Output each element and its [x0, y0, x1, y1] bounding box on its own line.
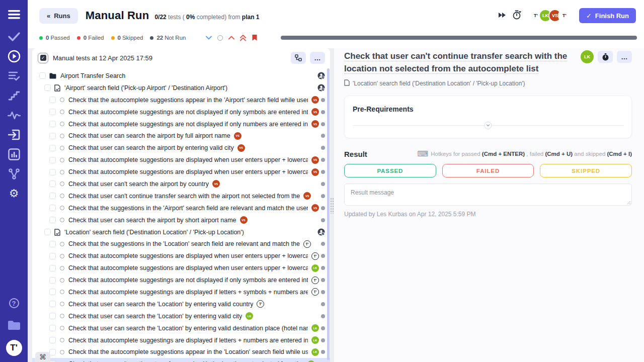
tree-more-button[interactable]: …: [310, 52, 325, 64]
tree-row-test[interactable]: Check that autocomplete suggestings are …: [32, 274, 330, 286]
row-checkbox[interactable]: [49, 109, 56, 115]
tree-row-test[interactable]: Check that user can't continue transfer …: [32, 190, 330, 202]
tree-row-test[interactable]: Check that the suggestions in the 'Airpo…: [32, 202, 330, 214]
filter-chevron-up-icon[interactable]: [228, 36, 234, 40]
row-checkbox[interactable]: [49, 157, 56, 163]
verdict-button-passed[interactable]: PASSED: [344, 164, 436, 177]
verdict-button-skipped[interactable]: SKIPPED: [540, 164, 632, 177]
tree-row-test[interactable]: Check that the suggestions in the 'Locat…: [32, 238, 330, 250]
row-checkbox[interactable]: [49, 325, 56, 331]
help-icon[interactable]: ?: [8, 297, 21, 310]
row-checkbox[interactable]: [49, 289, 56, 295]
row-checkbox[interactable]: [49, 337, 56, 343]
row-checkbox[interactable]: [49, 265, 56, 272]
tree-row-test[interactable]: Check that user can search the 'Location…: [32, 322, 330, 334]
back-to-runs-button[interactable]: « Runs: [39, 8, 78, 24]
branches-git-icon[interactable]: [8, 167, 21, 180]
assignee-avatar[interactable]: LK: [581, 50, 594, 63]
tree-row-test[interactable]: Check that the autocomplete suggestions …: [32, 346, 330, 358]
tree-row-section[interactable]: 'Airport' search field ('Pick-up Airport…: [32, 82, 330, 94]
status-count: 0: [118, 35, 121, 41]
assignee-icon[interactable]: [317, 72, 325, 79]
row-checkbox[interactable]: [49, 217, 56, 223]
tree-row-section[interactable]: 'Location' search field ('Destination Lo…: [32, 226, 330, 238]
test-assignee-avatar: VS: [311, 168, 319, 176]
hotkeys-text: Hotkeys for passed (Cmd + ENTER) , faile…: [431, 151, 632, 157]
folder-icon: [49, 73, 56, 79]
tree-scrollbar[interactable]: [327, 68, 330, 360]
pulse-activity-icon[interactable]: [8, 109, 21, 122]
test-name: Check that autocomplete suggestions are …: [68, 264, 308, 272]
filter-bookmark-icon[interactable]: [252, 34, 258, 41]
detail-more-button[interactable]: …: [617, 51, 632, 63]
tree-row-test[interactable]: Check that user can't search the airport…: [32, 178, 330, 190]
fast-forward-icon[interactable]: [498, 11, 506, 20]
timer-button[interactable]: [598, 51, 613, 63]
tree-row-test[interactable]: Check that autocomplete suggestions are …: [32, 166, 330, 178]
row-checkbox[interactable]: [49, 169, 56, 175]
test-assignee-avatar: LK: [311, 264, 319, 272]
import-inbox-icon[interactable]: [8, 128, 21, 141]
tree-row-test[interactable]: Check that autocomplete suggestings are …: [32, 334, 330, 346]
tree-row-folder[interactable]: Airport Transfer Search: [32, 70, 330, 82]
tree-row-test[interactable]: Check that autocomplete suggestions are …: [32, 154, 330, 166]
tree-row-test[interactable]: Check that user can search the airport b…: [32, 130, 330, 142]
hotkey-segment: , failed: [525, 151, 545, 157]
row-checkbox[interactable]: [49, 193, 56, 199]
row-checkbox[interactable]: [49, 277, 56, 284]
row-checkbox[interactable]: [49, 205, 56, 211]
tests-check-icon[interactable]: [8, 30, 21, 43]
menu-icon[interactable]: [8, 8, 21, 21]
tree-header: ✓ Manual tests at 12 Apr 2025 17:59 …: [32, 48, 330, 67]
filter-circle-icon[interactable]: [217, 35, 223, 41]
assignee-icon[interactable]: [317, 228, 325, 236]
tree-row-test[interactable]: Check that autocomplete suggestings are …: [32, 106, 330, 118]
row-checkbox[interactable]: [44, 229, 51, 235]
result-message-input[interactable]: [344, 184, 632, 206]
filter-double-chevron-up-icon[interactable]: [240, 35, 246, 41]
row-checkbox[interactable]: [49, 145, 56, 151]
shared-steps-list-icon[interactable]: [8, 69, 21, 82]
test-title[interactable]: Check that user can't continue transfer …: [344, 50, 567, 75]
collapse-toggle-icon[interactable]: [485, 122, 492, 129]
retry-timer-icon[interactable]: [512, 10, 521, 22]
tree-row-test[interactable]: Check that autocomplete suggestions are …: [32, 262, 330, 274]
test-name: Check that autocomplete suggestings are …: [68, 277, 308, 284]
runs-play-icon[interactable]: [8, 50, 21, 63]
verdict-button-failed[interactable]: FAILED: [442, 164, 534, 177]
tree-row-test[interactable]: Check that the autocomplete suggestions …: [32, 94, 330, 106]
row-checkbox[interactable]: [49, 253, 56, 259]
detail-titlebar: Check that user can't continue transfer …: [344, 50, 632, 75]
workspace-avatar[interactable]: T': [6, 340, 22, 356]
tree-row-test[interactable]: Check that autocomplete suggestings are …: [32, 286, 330, 298]
test-name: Check that user can search the 'Location…: [68, 301, 253, 308]
row-checkbox[interactable]: [49, 313, 56, 319]
row-checkbox[interactable]: [44, 84, 51, 91]
test-detail-panel: Check that user can't continue transfer …: [334, 48, 644, 362]
tree-row-test[interactable]: Check that user can search the 'Location…: [32, 298, 330, 310]
settings-gear-icon[interactable]: ⚙: [8, 187, 21, 200]
row-checkbox[interactable]: [49, 121, 56, 127]
tree-row-test[interactable]: Check that autocomplete suggestings are …: [32, 118, 330, 130]
test-name: Check that autocomplete suggestings are …: [68, 121, 308, 128]
milestones-stairs-icon[interactable]: [8, 89, 21, 102]
row-checkbox[interactable]: [49, 133, 56, 139]
finish-run-button[interactable]: ✓ Finish Run: [579, 8, 636, 23]
tree-row-test[interactable]: Check that user can't continue transfer …: [32, 358, 330, 362]
select-all-checkbox[interactable]: ✓: [38, 53, 48, 63]
row-checkbox[interactable]: [49, 97, 56, 103]
tree-row-test[interactable]: Check that autocomplete suggestions are …: [32, 250, 330, 262]
row-checkbox[interactable]: [49, 301, 56, 307]
assignee-icon[interactable]: [317, 84, 325, 92]
projects-folder-icon[interactable]: [8, 319, 21, 332]
filter-chevron-down-icon[interactable]: [206, 36, 212, 40]
tree-row-test[interactable]: Check that user can search the 'Location…: [32, 310, 330, 322]
row-checkbox[interactable]: [49, 180, 56, 187]
tree-row-test[interactable]: Check that user can search the airport b…: [32, 214, 330, 226]
row-checkbox[interactable]: [39, 72, 46, 79]
tree-view-button[interactable]: [291, 52, 306, 64]
row-checkbox[interactable]: [49, 241, 56, 247]
tree-row-test[interactable]: Check that user can search the airport b…: [32, 142, 330, 154]
analytics-chart-icon[interactable]: [8, 148, 21, 161]
run-meta-segment: tests (: [167, 14, 186, 21]
